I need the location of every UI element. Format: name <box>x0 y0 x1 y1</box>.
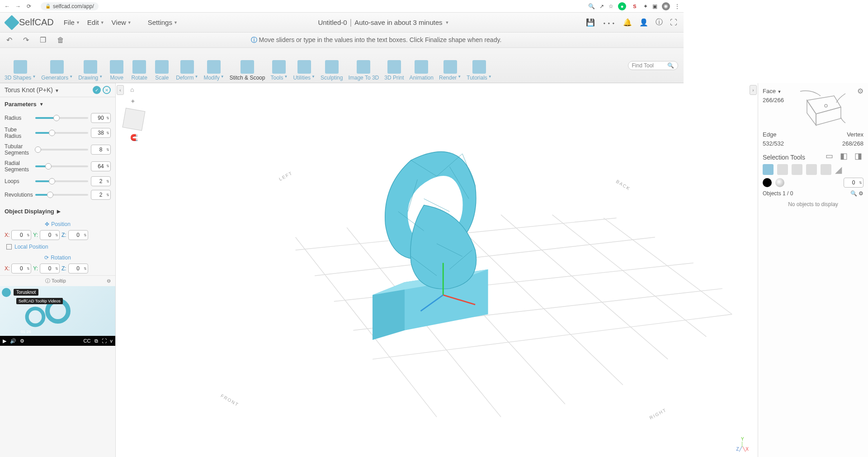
cc-icon[interactable]: CC <box>84 338 91 344</box>
fullscreen-button[interactable]: ⛶ <box>670 19 677 27</box>
app-logo[interactable]: SelfCAD <box>6 17 54 28</box>
browser-chrome: ← → ⟳ 🔒 selfcad.com/app/ 🔍 ↗ ☆ ● S ✦ ▣ ◉… <box>0 0 684 13</box>
menu-icon[interactable]: ⋮ <box>675 3 680 9</box>
save-button[interactable]: 💾 <box>586 18 595 27</box>
forward-button[interactable]: → <box>14 3 22 9</box>
tool-sculpting[interactable]: Sculpting <box>318 48 345 83</box>
tool-utilities[interactable]: Utilities▼ <box>290 48 318 83</box>
address-bar[interactable]: 🔒 selfcad.com/app/ <box>41 2 99 10</box>
main-toolbar: 3D Shapes▼Generators▼Drawing▼MoveRotateS… <box>0 48 684 83</box>
menu-view[interactable]: View▼ <box>108 16 135 29</box>
tool-icon <box>155 60 169 74</box>
help-button[interactable]: ⓘ <box>656 18 663 27</box>
action-bar: ↶ ↷ ❐ 🗑 ⓘ Move sliders or type in the va… <box>0 33 684 48</box>
tool-scale[interactable]: Scale <box>151 48 173 83</box>
reload-button[interactable]: ⟳ <box>25 3 33 9</box>
tool-animation[interactable]: Animation <box>407 48 436 83</box>
extension-2-icon[interactable]: S <box>631 2 639 10</box>
copy-button[interactable]: ❐ <box>40 36 46 44</box>
parameters-header[interactable]: Parameters ▼ <box>0 97 115 111</box>
collapse-tooltip[interactable]: ⊖ <box>107 278 111 284</box>
back-button[interactable]: ← <box>4 3 11 9</box>
param-radius: Radius 90 <box>0 111 115 125</box>
extensions-icon[interactable]: ✦ <box>643 3 648 9</box>
tool-stitch-scoop[interactable]: Stitch & Scoop <box>227 48 268 83</box>
find-tool-input[interactable]: Find Tool🔍 <box>628 61 678 70</box>
redo-button[interactable]: ↷ <box>23 36 29 44</box>
document-title[interactable]: Untitled-0 <box>318 19 347 26</box>
tool-icon <box>132 60 146 74</box>
param-slider[interactable] <box>35 180 88 182</box>
extension-1-icon[interactable]: ● <box>618 2 626 10</box>
param-slider[interactable] <box>35 165 88 167</box>
account-button[interactable]: 👤 <box>639 18 648 27</box>
tool-rotate[interactable]: Rotate <box>128 48 151 83</box>
tool-icon <box>325 60 339 74</box>
param-input[interactable]: 38 <box>91 128 111 138</box>
cancel-button[interactable]: ✕ <box>103 86 111 94</box>
tooltip-video[interactable]: Torusknot SelfCAD Tooltip Videos 01:26 ▶… <box>0 286 115 346</box>
param-slider[interactable] <box>35 149 88 151</box>
param-input[interactable]: 2 <box>91 176 111 186</box>
tool-move[interactable]: Move <box>105 48 128 83</box>
param-label: Radius <box>5 115 33 121</box>
param-slider[interactable] <box>35 194 88 196</box>
pos-y-input[interactable]: 0 <box>40 230 60 240</box>
tool-tutorials[interactable]: Tutorials▼ <box>464 48 495 83</box>
tool-render[interactable]: Render▼ <box>436 48 464 83</box>
tool-tools[interactable]: Tools▼ <box>268 48 290 83</box>
pip-icon[interactable]: ⧉ <box>94 338 98 344</box>
param-slider[interactable] <box>35 117 88 119</box>
search-icon: 🔍 <box>667 62 674 69</box>
menu-edit[interactable]: Edit▼ <box>84 16 108 29</box>
local-position-checkbox[interactable]: Local Position <box>0 242 115 252</box>
profile-avatar[interactable]: ◉ <box>662 2 670 10</box>
tool-icon <box>443 60 457 74</box>
share-icon[interactable]: ↗ <box>599 3 604 9</box>
brand-text: SelfCAD <box>19 17 54 28</box>
tool-icon <box>415 60 428 74</box>
volume-icon[interactable]: 🔊 <box>10 338 16 344</box>
pos-z-input[interactable]: 0 <box>68 230 88 240</box>
param-input[interactable]: 2 <box>91 190 111 200</box>
tool-icon <box>84 60 97 74</box>
undo-button[interactable]: ↶ <box>6 36 12 44</box>
settings-icon[interactable]: ⚙ <box>20 338 24 344</box>
star-icon[interactable]: ☆ <box>609 3 613 9</box>
vimeo-icon[interactable]: v <box>110 338 113 344</box>
workspace: Torus Knot (P+K) ▼ ✓ ✕ Parameters ▼ Radi… <box>0 83 684 360</box>
tool-3d-shapes[interactable]: 3D Shapes▼ <box>2 48 38 83</box>
param-input[interactable]: 90 <box>91 113 111 123</box>
param-input[interactable]: 64 <box>91 161 111 171</box>
share-button[interactable]: ⬩⬩⬩ <box>602 19 616 27</box>
menu-file[interactable]: File▼ <box>60 16 84 29</box>
window-icon[interactable]: ▣ <box>652 3 657 9</box>
param-slider[interactable] <box>35 132 88 134</box>
param-revolutions: Revolutions 2 <box>0 188 115 202</box>
finalize-button[interactable]: ✓ <box>93 86 101 94</box>
tool-icon <box>272 60 286 74</box>
pos-x-input[interactable]: 0 <box>11 230 31 240</box>
video-controls[interactable]: ▶ 🔊 ⚙ CC ⧉ ⛶ v <box>0 336 115 346</box>
play-icon[interactable]: ▶ <box>3 338 6 344</box>
search-icon[interactable]: 🔍 <box>588 3 595 9</box>
menu-settings[interactable]: Settings▼ <box>144 16 181 29</box>
tool-generators[interactable]: Generators▼ <box>38 48 75 83</box>
notifications-button[interactable]: 🔔 <box>623 18 632 27</box>
tool-3d-print[interactable]: 3D Print <box>382 48 406 83</box>
rot-x-input[interactable]: 0 <box>11 264 31 273</box>
tool-icon <box>180 60 194 74</box>
delete-button[interactable]: 🗑 <box>57 36 64 44</box>
3d-viewport[interactable]: ‹ › ⌂ ✦ 🧲 <box>116 83 684 360</box>
param-label: Revolutions <box>5 192 33 198</box>
tool-image-to-3d[interactable]: Image To 3D <box>345 48 382 83</box>
param-input[interactable]: 8 <box>91 145 111 155</box>
rot-z-input[interactable]: 0 <box>68 264 88 273</box>
position-header: ✥Position <box>0 218 115 228</box>
tool-deform[interactable]: Deform▼ <box>173 48 201 83</box>
tool-modify[interactable]: Modify▼ <box>201 48 226 83</box>
object-displaying-header[interactable]: Object Displaying ▶ <box>0 204 115 218</box>
tool-drawing[interactable]: Drawing▼ <box>75 48 105 83</box>
fullscreen-icon[interactable]: ⛶ <box>102 338 107 344</box>
rot-y-input[interactable]: 0 <box>40 264 60 273</box>
